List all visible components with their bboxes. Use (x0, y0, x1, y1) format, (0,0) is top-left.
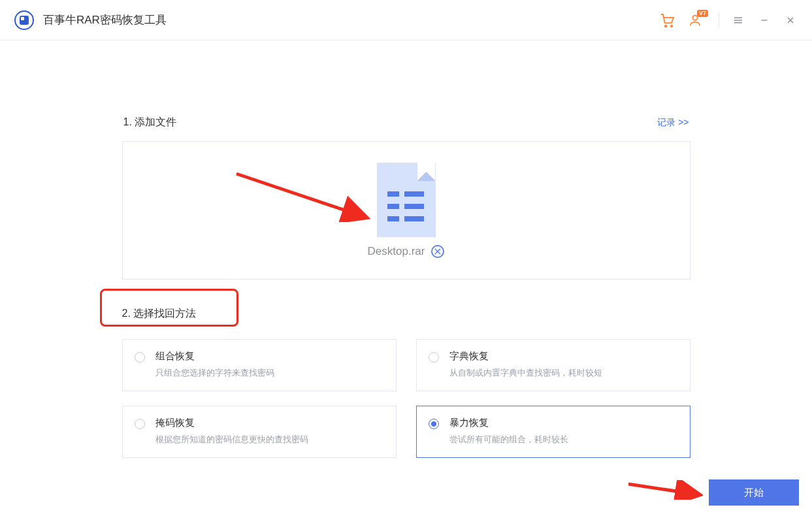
step1-header: 1. 添加文件 记录 >> (122, 116, 690, 129)
method-desc: 尝试所有可能的组合，耗时较长 (449, 434, 568, 445)
records-link[interactable]: 记录 >> (657, 117, 689, 129)
file-name-row: Desktop.rar (368, 245, 445, 258)
radio-icon (135, 419, 145, 429)
method-bruteforce[interactable]: 暴力恢复 尝试所有可能的组合，耗时较长 (416, 406, 690, 458)
file-drop-area[interactable]: Desktop.rar (122, 141, 690, 280)
header-right: V7 (660, 12, 798, 28)
method-title: 组合恢复 (155, 350, 274, 363)
method-desc: 只组合您选择的字符来查找密码 (155, 368, 274, 379)
user-badge: V7 (697, 10, 708, 17)
method-title: 暴力恢复 (449, 417, 568, 429)
method-mask[interactable]: 掩码恢复 根据您所知道的密码信息更快的查找密码 (122, 406, 397, 458)
user-icon[interactable]: V7 (687, 12, 703, 28)
menu-icon[interactable] (731, 13, 745, 27)
close-icon[interactable] (783, 13, 798, 27)
minimize-icon[interactable] (757, 13, 771, 27)
cart-icon[interactable] (660, 12, 675, 28)
method-title: 掩码恢复 (155, 417, 308, 429)
method-desc: 根据您所知道的密码信息更快的查找密码 (155, 434, 308, 445)
app-logo-icon (14, 10, 34, 30)
radio-icon (135, 352, 145, 363)
method-desc: 从自制或内置字典中查找密码，耗时较短 (449, 368, 602, 379)
method-dictionary[interactable]: 字典恢复 从自制或内置字典中查找密码，耗时较短 (416, 339, 690, 391)
radio-icon (429, 419, 439, 429)
step2-header: 2. 选择找回方法 (122, 307, 690, 321)
main-content: 1. 添加文件 记录 >> Desktop.rar (0, 116, 812, 458)
file-icon (377, 163, 436, 237)
svg-point-0 (665, 25, 666, 26)
svg-line-14 (628, 484, 698, 494)
window-header: 百事牛RAR密码恢复工具 V7 (0, 0, 812, 40)
radio-icon (429, 352, 439, 363)
divider (719, 13, 719, 27)
header-left: 百事牛RAR密码恢复工具 (14, 10, 167, 30)
start-button[interactable]: 开始 (709, 479, 799, 506)
file-name-label: Desktop.rar (368, 245, 425, 258)
step2-title: 2. 选择找回方法 (122, 307, 690, 321)
method-title: 字典恢复 (449, 350, 602, 363)
annotation-arrow-icon (626, 480, 703, 500)
recovery-methods: 组合恢复 只组合您选择的字符来查找密码 字典恢复 从自制或内置字典中查找密码，耗… (122, 339, 690, 458)
method-combination[interactable]: 组合恢复 只组合您选择的字符来查找密码 (122, 339, 397, 391)
step1-title: 1. 添加文件 (123, 116, 177, 129)
app-title: 百事牛RAR密码恢复工具 (43, 12, 167, 27)
remove-file-button[interactable] (431, 245, 444, 258)
svg-point-1 (671, 25, 672, 26)
